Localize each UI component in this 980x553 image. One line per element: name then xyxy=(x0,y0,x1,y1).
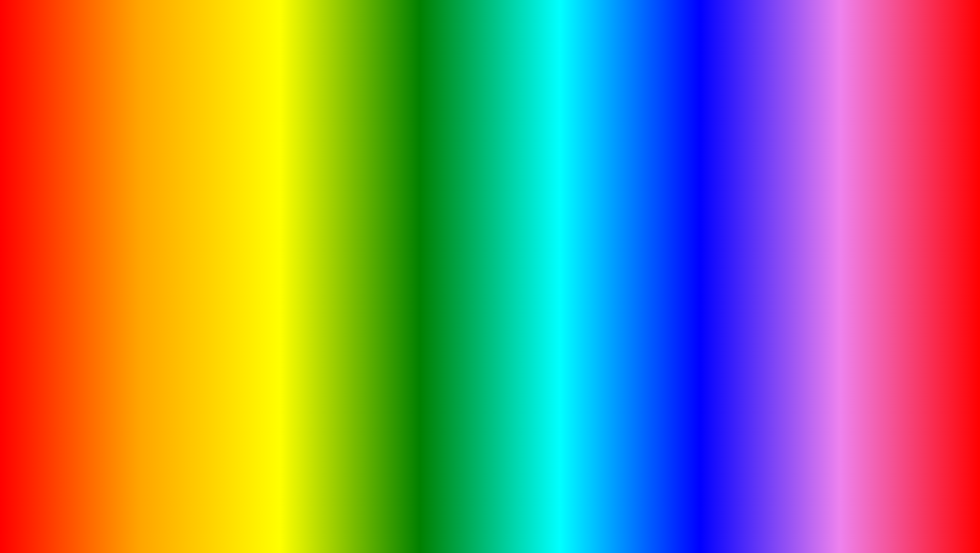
auto-farm-level-toggle[interactable] xyxy=(326,261,341,269)
right-sidebar-item-pvp[interactable]: ✂ Pvp Misc xyxy=(643,266,709,282)
subtitle-right: SUPER SMOOTH xyxy=(637,157,929,197)
bottom-pastebin: PASTEBIN xyxy=(682,479,935,538)
right-sidebar-label-teleport: Teleport/Sv xyxy=(663,287,696,294)
right-panel-sidebar: 🎅 Z 👤 Player ✂ Pvp Misc 📍 Teleport/Sv ◎ … xyxy=(643,201,709,367)
bottom-v4: V4 xyxy=(414,479,476,538)
select-weapon-label: Select Weapon : Melee xyxy=(152,225,215,232)
sidebar-label-main2: Main 2 xyxy=(99,270,119,278)
sidebar-label-player: Player xyxy=(99,303,118,310)
left-panel-content: Copy Link Discord Server Select Weapon :… xyxy=(146,201,347,367)
left-panel-label: Zaq xyxy=(80,201,93,208)
player-icon-right: 👤 xyxy=(649,254,659,262)
right-sidebar-item-misc[interactable]: ⊞ Misc xyxy=(643,331,709,347)
teleport-icon-right: 📍 xyxy=(649,286,659,294)
shop-icon: 🛒 xyxy=(649,319,659,327)
subtitle-left: THE BEST TOP 1 xyxy=(91,157,384,197)
select-weapon-row: Select Weapon : Melee ▶ xyxy=(152,224,341,233)
pvp-icon-left: ✂ xyxy=(86,319,95,327)
bottom-update: UPDATE xyxy=(45,479,250,538)
sidebar-label-main: Main xyxy=(99,254,113,262)
sidebar-item-teleport[interactable]: 📍 Teleport/Sv xyxy=(80,331,146,347)
auto-next-island-item[interactable]: Auto Next Island xyxy=(716,252,904,263)
teleport-icon-left: 📍 xyxy=(86,335,95,343)
farm-section-header: Farm xyxy=(152,242,341,251)
sidebar-item-main2[interactable]: 🏠 Main 2 xyxy=(80,266,146,282)
sidebar-label-settings: Settings xyxy=(99,287,123,294)
sidebar-label-teleport: Teleport/Sv xyxy=(99,335,132,343)
sidebar-item-main[interactable]: 🏠 Main xyxy=(80,250,146,266)
pvp-icon-right: ✂ xyxy=(649,270,659,278)
auto-farm-level-label: Auto Farm Level xyxy=(152,262,197,269)
right-panel: Zaq 🎅 Z 👤 Player ✂ Pvp Misc 📍 Teleport/S… xyxy=(642,200,911,368)
right-sidebar-label-shop: Shop xyxy=(663,319,678,327)
right-logo: 🎅 Z xyxy=(643,206,709,247)
auto-farm-level-row[interactable]: Auto Farm Level xyxy=(152,260,341,271)
main-container: BLOX FRUITS THE BEST TOP 1 SUPER SMOOTH … xyxy=(0,0,980,553)
right-panel-content: Select Dungeon : Dough ▶ Auto Buy Chip R… xyxy=(710,201,910,367)
arrow-right-icon: ▶ xyxy=(336,225,341,232)
select-dungeon-row: Select Dungeon : Dough ▶ xyxy=(716,205,904,215)
home-icon-2: 🏠 xyxy=(86,270,95,278)
santa-hat-right: 🎅 xyxy=(670,206,683,220)
copy-link-button[interactable]: Copy Link Discord Server xyxy=(152,205,341,221)
sidebar-item-player[interactable]: 👤 Player xyxy=(80,298,146,315)
auto-buy-chip-raid-item[interactable]: Auto Buy Chip Raid xyxy=(716,223,904,234)
right-divider-1 xyxy=(716,219,904,219)
divider-1 xyxy=(152,237,341,238)
arrow-right-icon-2: ▶ xyxy=(900,206,904,214)
settings-icon: ⚙ xyxy=(86,286,95,294)
right-sidebar-label-player: Player xyxy=(663,254,681,262)
left-logo-circle: 🎅 Z xyxy=(97,212,128,242)
title-container: BLOX FRUITS xyxy=(0,10,980,112)
raid-icon: ◎ xyxy=(649,302,659,310)
right-sidebar-item-player[interactable]: 👤 Player xyxy=(643,250,709,266)
left-panel: Zaq 🎅 Z 🏠 Main 🏠 Main 2 ⚙ Settings xyxy=(79,200,348,368)
main-title: BLOX FRUITS xyxy=(129,10,851,112)
logo-letter-right: Z xyxy=(672,219,680,235)
left-panel-sidebar: 🎅 Z 🏠 Main 🏠 Main 2 ⚙ Settings 👤 Player xyxy=(80,201,146,367)
player-icon-left: 👤 xyxy=(86,302,95,310)
auto-farm-bone-item[interactable]: Auto Farm Bone xyxy=(152,288,341,299)
auto-awake-item[interactable]: Auto Awake xyxy=(716,280,904,291)
right-sidebar-label-raid: Raid xyxy=(663,303,676,310)
bottom-script: SCRIPT xyxy=(486,479,672,538)
bottom-title: UPDATE RACE V4 SCRIPT PASTEBIN xyxy=(0,479,980,538)
mob-aura-farm-item[interactable]: Mob Aura Farm xyxy=(152,274,341,285)
right-sidebar-item-teleport[interactable]: 📍 Teleport/Sv xyxy=(643,282,709,298)
logo-letter-left: Z xyxy=(108,219,117,235)
auto-start-raid-item[interactable]: Auto Start Raid xyxy=(716,237,904,249)
sidebar-label-pvp: Pvp Misc xyxy=(99,319,126,327)
right-logo-circle: 🎅 Z xyxy=(661,212,692,242)
bottom-race: RACE xyxy=(260,479,404,538)
right-panel-label: Zaq xyxy=(643,201,657,208)
sidebar-item-settings[interactable]: ⚙ Settings xyxy=(80,282,146,298)
left-logo: 🎅 Z xyxy=(80,206,146,247)
divider-2 xyxy=(152,255,341,256)
right-sidebar-label-pvp: Pvp Misc xyxy=(663,270,690,278)
teleport-lab-button[interactable]: Teleport to Lab xyxy=(716,296,904,312)
right-sidebar-item-raid[interactable]: ◎ Raid xyxy=(643,298,709,315)
right-sidebar-label-misc: Misc xyxy=(663,335,676,343)
sidebar-item-pvp[interactable]: ✂ Pvp Misc xyxy=(80,315,146,331)
santa-hat-left: 🎅 xyxy=(106,206,120,220)
stop-tween-button[interactable]: Stop Tween xyxy=(716,317,904,333)
auto-random-surprise-item[interactable]: Auto Random Surprise xyxy=(152,302,341,314)
misc-icon: ⊞ xyxy=(649,335,659,343)
select-dungeon-label: Select Dungeon : Dough xyxy=(716,206,782,214)
kill-aura-item[interactable]: Kill Aura xyxy=(716,266,904,277)
home-icon-1: 🏠 xyxy=(86,254,95,262)
right-sidebar-item-shop[interactable]: 🛒 Shop xyxy=(643,315,709,331)
